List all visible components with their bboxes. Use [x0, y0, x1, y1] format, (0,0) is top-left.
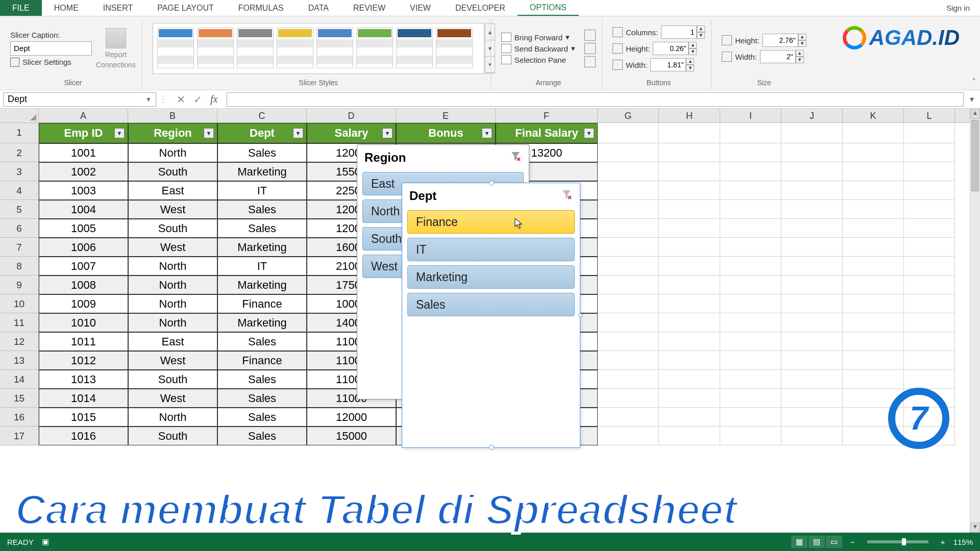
cell-L16[interactable]: [904, 408, 955, 427]
cell-H9[interactable]: [659, 276, 720, 294]
scroll-thumb[interactable]: [971, 120, 979, 191]
cell-L10[interactable]: [904, 294, 955, 313]
report-connections-button[interactable]: Report Connections: [96, 28, 136, 69]
cell-G2[interactable]: [598, 143, 659, 162]
size-width-input[interactable]: [760, 50, 796, 63]
btn-height-input[interactable]: [653, 42, 689, 55]
cell-H15[interactable]: [659, 389, 720, 408]
filter-dropdown-icon[interactable]: ▼: [204, 128, 214, 138]
slicer-item-finance[interactable]: Finance: [407, 210, 575, 234]
cell-B4[interactable]: East: [128, 181, 217, 200]
cell-K15[interactable]: [843, 389, 904, 408]
cell-C17[interactable]: Sales: [217, 427, 307, 445]
send-backward-button[interactable]: Send Backward ▾: [501, 44, 575, 53]
cell-K6[interactable]: [843, 219, 904, 238]
cell-B10[interactable]: North: [128, 294, 217, 313]
cell-J2[interactable]: [781, 143, 843, 162]
cell-G15[interactable]: [598, 389, 659, 408]
align-button[interactable]: [584, 30, 596, 41]
spinner-down-icon[interactable]: ▼: [686, 65, 694, 71]
cell-I12[interactable]: [720, 332, 781, 351]
spinner-down-icon[interactable]: ▼: [798, 40, 806, 47]
macro-record-icon[interactable]: ▣: [42, 537, 49, 546]
cell-I7[interactable]: [720, 238, 781, 257]
cell-I1[interactable]: [720, 123, 781, 143]
cell-H14[interactable]: [659, 370, 720, 389]
row-header-8[interactable]: 8: [0, 257, 39, 276]
cell-A12[interactable]: 1011: [39, 332, 128, 351]
selection-pane-button[interactable]: Selection Pane: [501, 55, 575, 64]
tab-formulas[interactable]: FORMULAS: [226, 0, 296, 16]
cell-H8[interactable]: [659, 257, 720, 276]
cell-A5[interactable]: 1004: [39, 200, 128, 219]
name-box[interactable]: Dept ▼: [3, 92, 156, 107]
cell-J5[interactable]: [781, 200, 843, 219]
cell-C14[interactable]: Sales: [217, 370, 307, 389]
cell-G14[interactable]: [598, 370, 659, 389]
formula-bar-expand-icon[interactable]: ▾: [967, 94, 977, 104]
cell-L2[interactable]: [904, 143, 955, 162]
cell-B15[interactable]: West: [128, 389, 217, 408]
cell-H16[interactable]: [659, 408, 720, 427]
cell-H11[interactable]: [659, 313, 720, 332]
cell-A2[interactable]: 1001: [39, 143, 128, 162]
cell-G5[interactable]: [598, 200, 659, 219]
cell-K9[interactable]: [843, 276, 904, 294]
slicer-dept[interactable]: Dept FinanceITMarketingSales: [402, 183, 580, 448]
zoom-slider[interactable]: [867, 540, 928, 543]
cell-A7[interactable]: 1006: [39, 238, 128, 257]
collapse-ribbon-icon[interactable]: ˄: [972, 77, 976, 87]
col-header-I[interactable]: I: [720, 109, 781, 123]
formula-input[interactable]: [227, 92, 964, 107]
rotate-button[interactable]: [584, 56, 596, 67]
col-header-J[interactable]: J: [781, 109, 843, 123]
cell-G3[interactable]: [598, 162, 659, 181]
spinner-up-icon[interactable]: ▲: [686, 58, 694, 65]
cancel-icon[interactable]: ✕: [177, 93, 185, 106]
col-header-F[interactable]: F: [496, 109, 598, 123]
cell-B12[interactable]: East: [128, 332, 217, 351]
cell-I16[interactable]: [720, 408, 781, 427]
cell-J15[interactable]: [781, 389, 843, 408]
view-page-layout-icon[interactable]: ▤: [808, 536, 825, 548]
enter-icon[interactable]: ✓: [193, 93, 202, 106]
cell-G12[interactable]: [598, 332, 659, 351]
cell-K1[interactable]: [843, 123, 904, 143]
slicer-item-it[interactable]: IT: [407, 238, 575, 261]
tab-insert[interactable]: INSERT: [91, 0, 145, 16]
cell-H5[interactable]: [659, 200, 720, 219]
cell-A14[interactable]: 1013: [39, 370, 128, 389]
cell-C15[interactable]: Sales: [217, 389, 307, 408]
cell-I8[interactable]: [720, 257, 781, 276]
slicer-styles-gallery[interactable]: ▲▼▾: [153, 23, 484, 74]
cell-G9[interactable]: [598, 276, 659, 294]
filter-dropdown-icon[interactable]: ▼: [482, 128, 492, 138]
cell-I4[interactable]: [720, 181, 781, 200]
row-header-9[interactable]: 9: [0, 276, 39, 294]
cell-A10[interactable]: 1009: [39, 294, 128, 313]
cell-L14[interactable]: [904, 370, 955, 389]
vertical-scrollbar[interactable]: ▲ ▼: [970, 109, 980, 533]
cell-I9[interactable]: [720, 276, 781, 294]
cell-G10[interactable]: [598, 294, 659, 313]
cell-I10[interactable]: [720, 294, 781, 313]
cell-C16[interactable]: Sales: [217, 408, 307, 427]
cell-A17[interactable]: 1016: [39, 427, 128, 445]
cell-C13[interactable]: Finance: [217, 351, 307, 370]
spinner-down-icon[interactable]: ▼: [796, 57, 804, 63]
cell-C2[interactable]: Sales: [217, 143, 307, 162]
row-header-17[interactable]: 17: [0, 427, 39, 445]
cell-I6[interactable]: [720, 219, 781, 238]
col-header-H[interactable]: H: [659, 109, 720, 123]
spinner-up-icon[interactable]: ▲: [798, 34, 806, 40]
cell-B2[interactable]: North: [128, 143, 217, 162]
cell-C9[interactable]: Marketing: [217, 276, 307, 294]
cell-H4[interactable]: [659, 181, 720, 200]
filter-dropdown-icon[interactable]: ▼: [114, 128, 125, 138]
cell-J7[interactable]: [781, 238, 843, 257]
col-header-K[interactable]: K: [843, 109, 904, 123]
cell-L4[interactable]: [904, 181, 955, 200]
cell-G8[interactable]: [598, 257, 659, 276]
btn-width-input[interactable]: [650, 58, 686, 71]
tab-developer[interactable]: DEVELOPER: [443, 0, 518, 16]
